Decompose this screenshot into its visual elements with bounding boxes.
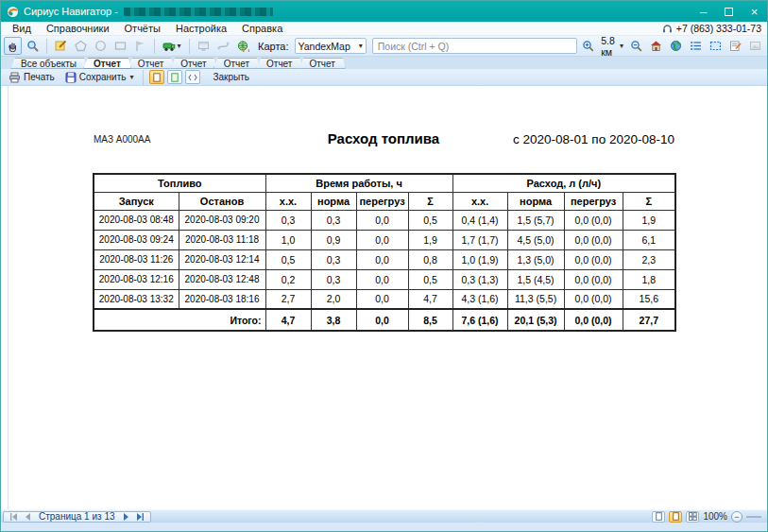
edit-note-button[interactable] [726, 37, 744, 55]
zoom-out-button[interactable] [627, 37, 645, 55]
zoom-area-icon [26, 40, 39, 52]
panel-button[interactable] [195, 37, 213, 55]
main-toolbar: ▾ Карта: YandexMap ▾ [1, 36, 767, 57]
vehicle-caret-icon: ▾ [177, 42, 180, 50]
polygon-button[interactable] [72, 37, 90, 55]
tab-3[interactable]: Отчет [170, 58, 216, 69]
map-scale-dropdown[interactable]: 5.8 км ▾ [599, 35, 625, 58]
maximize-icon [725, 8, 733, 16]
first-page-icon [9, 513, 18, 521]
window-bottom-edge [1, 523, 767, 531]
table-cell: 1,5 (5,7) [507, 210, 564, 230]
rectangle-icon [114, 40, 127, 52]
zoom-slider[interactable] [746, 516, 761, 518]
close-report-button[interactable]: Закрыть [209, 70, 253, 85]
menu-item-1[interactable]: Справочники [39, 22, 117, 35]
view-page-single-button[interactable] [149, 70, 164, 84]
view-page-width-button[interactable] [185, 70, 200, 84]
pan-hand-button[interactable] [4, 37, 22, 55]
home-icon [650, 40, 662, 52]
table-row: 2020-08-03 09:242020-08-03 11:181,00,90,… [94, 230, 675, 249]
fuel-report-table: ТопливоВремя работы, чРасход, л (л/ч)Зап… [93, 173, 676, 332]
maximize-button[interactable] [716, 1, 742, 22]
circle-button[interactable] [92, 37, 110, 55]
save-label: Сохранить [79, 72, 127, 82]
zoom-out-icon [630, 40, 642, 52]
tab-4[interactable]: Отчет [213, 58, 260, 69]
table-cell: 0,0 [356, 230, 408, 249]
zoom-minus-button[interactable]: − [731, 511, 742, 523]
next-page-button[interactable] [121, 512, 132, 522]
view-fit-button[interactable] [669, 511, 682, 523]
zoom-area-button[interactable] [24, 37, 42, 55]
group-header: Топливо [94, 174, 265, 192]
zoom-in-button[interactable] [579, 37, 597, 55]
table-cell: 1,0 [265, 230, 311, 249]
window-title: Сириус Навигатор - [24, 6, 118, 17]
save-button[interactable]: Сохранить ▾ [61, 70, 138, 85]
globe-refresh-button[interactable] [234, 37, 252, 55]
rectangle-button[interactable] [111, 37, 129, 55]
group-header: Расход, л (л/ч) [452, 174, 675, 192]
page-green-icon [171, 73, 179, 82]
column-header: перегруз [564, 192, 623, 210]
table-cell: 1,7 (1,7) [452, 230, 507, 249]
map-scale-caret-icon: ▾ [620, 42, 623, 50]
globe-icon [670, 40, 682, 52]
globe-button[interactable] [667, 37, 685, 55]
table-row: 2020-08-03 12:162020-08-03 12:480,20,30,… [94, 269, 675, 289]
menu-item-4[interactable]: Справка [234, 22, 290, 35]
table-cell: 0,3 [265, 210, 311, 230]
select-area-button[interactable] [707, 37, 725, 55]
last-page-button[interactable] [135, 512, 146, 522]
next-page-icon [123, 513, 129, 521]
tab-2[interactable]: Отчет [128, 58, 174, 69]
menu-item-2[interactable]: Отчёты [117, 22, 168, 35]
image-button[interactable] [746, 37, 764, 55]
tab-0[interactable]: Все объекты [10, 58, 87, 69]
table-cell: 0,0 (0,0) [564, 230, 623, 249]
table-cell: 2020-08-03 09:20 [179, 210, 265, 230]
table-row: 2020-08-03 08:482020-08-03 09:200,30,30,… [94, 210, 675, 230]
table-cell: 4,7 [408, 289, 452, 309]
table-cell: 1,5 (4,5) [507, 269, 564, 289]
map-select[interactable]: YandexMap ▾ [295, 38, 367, 54]
track-icon [217, 40, 230, 52]
search-input[interactable] [372, 38, 577, 54]
prev-page-button[interactable] [22, 512, 33, 522]
table-cell: 2020-08-03 12:14 [179, 249, 265, 269]
app-logo-icon [7, 6, 19, 18]
map-select-value: YandexMap [299, 41, 358, 52]
print-button[interactable]: Печать [5, 70, 59, 85]
tab-6[interactable]: Отчет [299, 58, 345, 69]
zoom-controls: 100% − [652, 511, 761, 523]
minimize-button[interactable]: – [691, 1, 716, 22]
print-label: Печать [24, 72, 55, 82]
list-button[interactable] [687, 37, 705, 55]
pan-hand-icon [7, 40, 19, 52]
view-single-button[interactable] [652, 511, 665, 523]
map-scale-value: 5.8 км [601, 35, 617, 58]
view-page-green-button[interactable] [167, 70, 182, 84]
tab-5[interactable]: Отчет [256, 58, 302, 69]
flag-button[interactable] [131, 37, 149, 55]
table-cell: 2020-08-03 18:16 [179, 289, 265, 309]
table-cell: 2020-08-03 12:48 [179, 269, 265, 289]
table-cell: 0,0 [356, 249, 408, 269]
phone-number: +7 (863) 333-01-73 [676, 23, 761, 34]
home-button[interactable] [647, 37, 665, 55]
table-cell: 6,1 [623, 230, 675, 249]
first-page-button[interactable] [8, 512, 19, 522]
menu-item-3[interactable]: Настройка [168, 22, 234, 35]
track-button[interactable] [214, 37, 232, 55]
draw-route-button[interactable] [52, 37, 70, 55]
vehicle-dropdown-button[interactable]: ▾ [160, 37, 184, 55]
totals-cell: 4,7 [265, 309, 311, 331]
table-row: 2020-08-03 13:322020-08-03 18:162,72,00,… [94, 289, 675, 309]
column-header: Σ [408, 192, 452, 210]
close-report-label: Закрыть [213, 72, 249, 82]
tab-1[interactable]: Отчет [83, 58, 131, 69]
view-multi-button[interactable] [686, 511, 699, 523]
menu-item-0[interactable]: Вид [5, 22, 39, 35]
close-button[interactable]: × [742, 1, 767, 22]
